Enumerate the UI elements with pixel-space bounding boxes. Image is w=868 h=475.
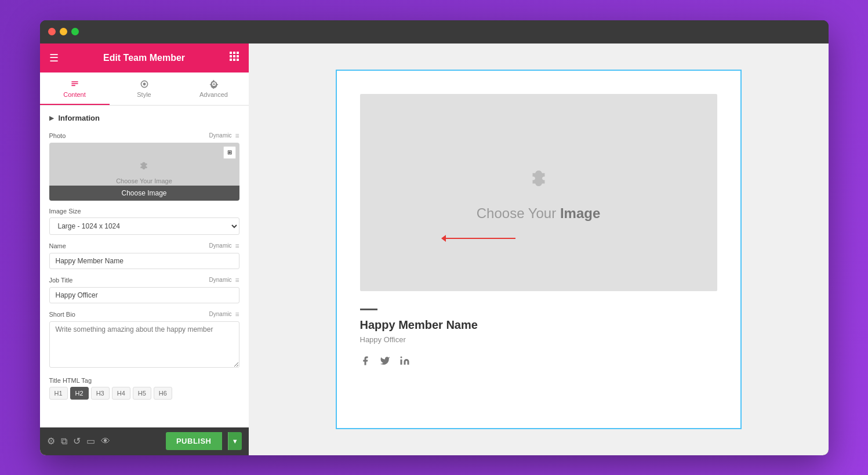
svg-rect-1 [233,52,235,54]
photo-corner-button[interactable]: ⊞ [223,146,236,159]
short-bio-field-row: Short Bio Dynamic ≡ [40,307,249,374]
tab-style-label: Style [137,91,151,98]
svg-rect-4 [233,55,235,57]
svg-rect-8 [237,59,239,61]
svg-point-11 [400,356,402,358]
svg-rect-5 [237,55,239,57]
name-field-label: Name Dynamic ≡ [49,242,239,250]
job-title-field-row: Job Title Dynamic ≡ [40,273,249,307]
photo-dynamic-badge: Dynamic [209,132,232,139]
choose-image-button[interactable]: Choose Image [49,186,239,201]
grid-icon[interactable] [230,52,239,64]
card-job-title: Happy Officer [360,335,717,344]
html-tag-h5[interactable]: H5 [133,387,151,400]
close-button[interactable] [48,28,56,35]
job-title-label: Job Title Dynamic ≡ [49,276,239,284]
name-field-row: Name Dynamic ≡ [40,238,249,273]
name-dynamic-badge: Dynamic [209,242,232,249]
short-bio-textarea[interactable] [49,321,239,368]
job-title-dynamic-badge: Dynamic [209,277,232,283]
short-bio-label: Short Bio Dynamic ≡ [49,310,239,318]
device-icon[interactable]: ▭ [86,436,95,447]
html-tag-h3[interactable]: H3 [91,387,110,400]
publish-button[interactable]: PUBLISH [166,432,222,450]
image-size-label: Image Size [49,208,239,215]
card-divider [360,309,377,310]
svg-rect-3 [230,55,232,57]
publish-dropdown-button[interactable]: ▾ [228,432,242,450]
hamburger-icon[interactable]: ☰ [49,52,59,64]
tab-advanced[interactable]: Advanced [179,72,249,105]
tab-content[interactable]: Content [40,72,110,105]
job-title-menu-icon[interactable]: ≡ [235,276,239,284]
html-tag-h4[interactable]: H4 [112,387,130,400]
card-name: Happy Member Name [360,318,717,332]
photo-field-label: Photo Dynamic ≡ [49,132,239,140]
html-tag-h6[interactable]: H6 [154,387,172,400]
job-title-input[interactable] [49,287,239,303]
svg-point-10 [143,82,146,85]
linkedin-icon[interactable] [400,356,410,369]
sidebar-tabs: Content Style Advanced [40,72,249,106]
preview-icon[interactable]: 👁 [101,436,110,447]
html-tag-h1[interactable]: H1 [49,387,68,400]
html-tag-h2[interactable]: H2 [70,387,89,400]
team-member-card: Choose Your Image Happy Member Name Happ… [360,94,717,369]
fullscreen-button[interactable] [71,28,79,35]
titlebar [40,20,829,43]
minimize-button[interactable] [60,28,67,35]
section-information[interactable]: ▶ Information [40,106,249,128]
card-image-placeholder: Choose Your Image [360,94,717,291]
image-size-select[interactable]: Large - 1024 x 1024 [49,217,239,235]
main-canvas: Choose Your Image Happy Member Name Happ… [249,43,829,455]
html-tag-label: Title HTML Tag [49,377,239,384]
history-icon[interactable]: ↺ [73,436,81,447]
card-image-text: Choose Your Image [477,205,601,222]
sidebar-title: Edit Team Member [103,53,185,63]
twitter-icon[interactable] [380,356,390,369]
html-tag-field-row: Title HTML Tag H1 H2 H3 H4 H5 H6 [40,374,249,403]
layers-icon[interactable]: ⧉ [61,436,67,447]
section-collapse-icon[interactable]: ▶ [49,115,54,121]
traffic-lights [48,28,79,35]
svg-rect-0 [230,52,232,54]
sidebar-header: ☰ Edit Team Member [40,43,249,72]
facebook-icon[interactable] [360,356,371,369]
name-input[interactable] [49,253,239,269]
sidebar: ☰ Edit Team Member [40,43,249,455]
tab-style[interactable]: Style [110,72,179,105]
photo-placeholder: Choose Your Image [116,159,172,184]
card-social-icons [360,356,717,369]
tab-content-label: Content [63,91,86,98]
image-size-field-row: Image Size Large - 1024 x 1024 [40,204,249,238]
photo-field-row: Photo Dynamic ≡ Choose Your Image [40,128,249,204]
html-tag-buttons: H1 H2 H3 H4 H5 H6 [49,387,239,400]
name-menu-icon[interactable]: ≡ [235,242,239,250]
canvas-frame: Choose Your Image Happy Member Name Happ… [336,70,742,429]
tab-advanced-label: Advanced [199,91,228,98]
short-bio-menu-icon[interactable]: ≡ [235,310,239,318]
photo-menu-icon[interactable]: ≡ [235,132,239,140]
sidebar-content: ▶ Information Photo Dynamic ≡ [40,106,249,427]
window-body: ☰ Edit Team Member [40,43,829,455]
svg-rect-6 [230,59,232,61]
short-bio-dynamic-badge: Dynamic [209,311,232,317]
svg-rect-7 [233,59,235,61]
settings-icon[interactable]: ⚙ [47,436,55,447]
sidebar-bottom-bar: ⚙ ⧉ ↺ ▭ 👁 PUBLISH ▾ [40,427,249,455]
choose-image-placeholder-text: Choose Your Image [116,177,172,184]
photo-upload-area: Choose Your Image ⊞ Choose Image [49,143,239,201]
section-information-label: Information [59,114,100,122]
svg-rect-2 [237,52,239,54]
app-window: ☰ Edit Team Member [40,20,829,455]
